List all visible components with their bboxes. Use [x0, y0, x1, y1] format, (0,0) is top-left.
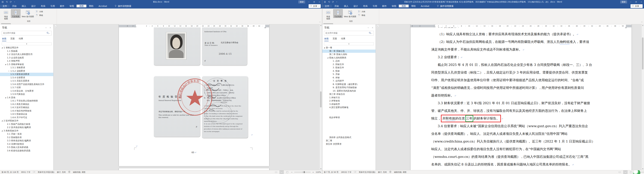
nav-heading-item[interactable]: 6. 评标 — [322, 76, 376, 80]
ribbon-tab-审阅[interactable]: 审阅 — [389, 5, 399, 7]
scrollbar-thumb[interactable] — [642, 37, 644, 70]
ribbon-button[interactable]: 草稿 — [357, 14, 366, 17]
nav-heading-item[interactable]: 1.5.6 供货产品提供报告及响应文件 — [0, 83, 53, 86]
ribbon-tab-视图[interactable]: 视图 — [76, 4, 86, 7]
nav-tab-标题[interactable]: 标题 — [324, 37, 328, 41]
doc-line[interactable]: 响应人、法定代表人或者拟委任的项目负责人没有行贿犯罪行为，在“中国裁判文书网”网… — [431, 145, 616, 153]
qat-customize-icon[interactable] — [336, 1, 338, 2]
nav-heading-item[interactable]: 9. 是否采用电子招标投标 — [322, 86, 376, 89]
redo-icon[interactable] — [332, 1, 334, 3]
doc-line[interactable]: 3.3 财务状况要求：近 3 年(指 2021 年 01 月 01 日起至响应截… — [431, 99, 616, 107]
ribbon-tab-引用[interactable]: 引用 — [48, 5, 58, 7]
word-count[interactable]: 9551 个字 — [21, 171, 30, 174]
nav-heading-item[interactable]: 3.3 商务条款响应/偏离表 — [0, 139, 53, 143]
nav-heading-item[interactable]: 3.2 投标报价表 — [0, 136, 53, 139]
nav-heading-item[interactable]: 4. 投标 — [322, 70, 376, 73]
nav-heading-item[interactable]: 1.6 其他 — [0, 96, 53, 99]
qat-customize-icon[interactable] — [14, 1, 15, 2]
document-text[interactable]: 3.1 资格要求：↵（1）响应人须具有独立法人资格；要求供应商具有现场技术支持及… — [431, 24, 616, 170]
search-options-icon[interactable] — [371, 31, 372, 35]
document-area[interactable]: ∟ 42246810121416182022242628303234363840… — [54, 24, 322, 170]
nav-heading-item[interactable]: 3.1 开标一览表 — [0, 132, 53, 136]
ribbon-button[interactable]: 大纲 — [357, 10, 366, 13]
nav-heading-item[interactable]: 3.5 投标人告知承诺函 — [0, 146, 53, 149]
nav-heading-item[interactable]: 第一卷 — [322, 46, 376, 50]
page-indicator[interactable]: 第 7 页, 共 50 页 — [324, 171, 338, 174]
close-button[interactable] — [640, 0, 642, 3]
doc-line[interactable]: （www.creditchina.gov.cn）列入失信被执行人（提供查询截图）… — [431, 138, 616, 145]
nav-heading-item[interactable]: 1.5.2 业绩要求 — [0, 70, 53, 73]
undo-icon[interactable] — [6, 1, 8, 3]
word-count[interactable]: 26532 个字 — [341, 171, 352, 174]
accessibility-icon[interactable] — [68, 171, 70, 174]
nav-heading-item[interactable]: 3.评标程序 — [322, 103, 376, 106]
proofing-icon[interactable] — [354, 171, 356, 174]
nav-heading-item[interactable]: 7. 合同授予 — [322, 79, 376, 83]
search-options-icon[interactable] — [49, 31, 50, 35]
ribbon-tab-开始[interactable]: 开始 — [332, 5, 342, 7]
tab-stop-selector[interactable]: ∟ — [376, 25, 379, 27]
document-page-60[interactable]: Authorized Institute of CPAs 发 证 日 期: Da… — [119, 24, 269, 166]
ribbon-tab-布局[interactable]: 布局 — [360, 5, 370, 7]
nav-heading-item[interactable]: 1.5.5 关联关系要求 — [0, 79, 53, 83]
doc-line[interactable]: 独立，并附有效的任意三年的财务审计报告。↵ — [431, 115, 616, 122]
nav-heading-item[interactable]: 1.4 资格声明 — [0, 59, 53, 63]
ribbon-tab-邮件[interactable]: 邮件 — [58, 5, 67, 7]
doc-line[interactable]: 截止到 2025 年 4 月 01 日，投标人在国内石油石化企业至少有各 3 台… — [431, 61, 616, 69]
nav-heading-item[interactable]: 第三章 评标办法 — [322, 93, 376, 96]
vertical-scrollbar[interactable]: ▲ ▼ — [320, 24, 322, 170]
doc-line[interactable]: “满意”或相类似的明确意见，业绩时间按用户使用证明中所描述时间计算），用户使用评… — [431, 84, 616, 91]
nav-close-icon[interactable] — [49, 26, 51, 29]
read-mode-button[interactable] — [274, 171, 278, 174]
nav-heading-item[interactable]: 1.5.7 结算 — [0, 86, 53, 89]
tell-me-box[interactable]: 操作说明搜索 — [114, 4, 131, 8]
minimize-button[interactable] — [308, 0, 310, 3]
redo-icon[interactable] — [10, 1, 12, 3]
proofing-icon[interactable] — [33, 171, 35, 174]
save-icon[interactable] — [324, 1, 326, 3]
ribbon-tab-设计[interactable]: 设计 — [29, 5, 38, 7]
nav-heading-item[interactable]: 3. 投标文件 — [322, 66, 376, 70]
nav-heading-item[interactable]: 1.5.8 联合体、分包要求 — [0, 89, 53, 93]
page-indicator[interactable]: 第 60 页, 共 116 页 — [2, 171, 18, 174]
nav-heading-item[interactable]: 1.6.2 商务关键条款 — [0, 103, 53, 106]
nav-heading-item[interactable]: 初步评审表 — [322, 116, 376, 119]
nav-search-input[interactable]: 在文档中搜索 — [324, 31, 374, 35]
zoom-slider[interactable] — [294, 172, 311, 172]
nav-heading-item[interactable]: 1.2 法定代表人授权委托书 — [0, 53, 53, 56]
signin-button[interactable]: 登录 — [298, 0, 305, 3]
nav-heading-item[interactable]: 2.1 投标产品的执行标准 — [0, 123, 53, 126]
collapse-triangle-icon[interactable] — [1, 120, 4, 122]
expand-triangle-icon[interactable] — [8, 70, 10, 72]
nav-options-icon[interactable] — [367, 26, 369, 29]
nav-heading-item[interactable]: 1.评标方法 — [322, 96, 376, 99]
collapse-triangle-icon[interactable] — [1, 47, 4, 49]
nav-heading-item[interactable]: 第四章 合同条款及格式 — [322, 136, 376, 139]
nav-tab-页面[interactable]: 页面 — [10, 37, 15, 41]
nav-tab-标题[interactable]: 标题 — [2, 37, 6, 41]
document-page-7[interactable]: 3.1 资格要求：↵（1）响应人须具有独立法人资格；要求供应商具有现场技术支持及… — [410, 24, 632, 170]
accessibility-status[interactable]: 辅助功能: 调查 — [73, 171, 86, 174]
collapse-ribbon-icon[interactable] — [641, 20, 643, 24]
tell-me-box[interactable]: 操作说明搜索 — [437, 4, 454, 8]
horizontal-ruler[interactable]: 4224681012141618202224262830323436384042… — [376, 24, 644, 28]
save-icon[interactable] — [2, 1, 4, 3]
ribbon-tab-布局[interactable]: 布局 — [38, 5, 48, 7]
nav-heading-item[interactable]: 8. 纪律和监督（诚信要求） — [322, 83, 376, 86]
nav-heading-item[interactable]: 5. 开标 — [322, 73, 376, 76]
read-mode-button[interactable] — [618, 171, 622, 174]
doc-line[interactable]: （wenshu.court.gov.cn）的查询结果为准（提供查询截图），已纳入… — [431, 153, 616, 161]
ribbon-button[interactable]: Web 版式视图 — [21, 9, 35, 18]
tab-stop-selector[interactable]: ∟ — [54, 25, 56, 27]
ribbon-tab-插入[interactable]: 插入 — [342, 5, 351, 7]
search-icon[interactable] — [46, 31, 49, 35]
doc-line[interactable]: 管、破产或其他关、停、并、转状态，没有与骗取合同有关以及其他经济方面的违法行为，… — [431, 107, 616, 115]
doc-line[interactable]: 业名单（提供查询截图）。响应人、法定代表人或者项目负责人未被人民法院在“信用中国… — [431, 130, 616, 138]
floating-green-app-icon[interactable] — [633, 170, 640, 174]
nav-heading-item[interactable]: 3.4 法律纠纷情况 — [0, 143, 53, 146]
nav-heading-item[interactable]: 2. 招标文件 — [322, 63, 376, 66]
nav-heading-item[interactable]: 投标人须知前附表 — [322, 56, 376, 60]
print-layout-button[interactable] — [280, 171, 284, 174]
ribbon-button[interactable]: 页面视图 — [11, 9, 20, 18]
doc-line[interactable]: 3.2 业绩要求：↵ — [431, 53, 616, 61]
